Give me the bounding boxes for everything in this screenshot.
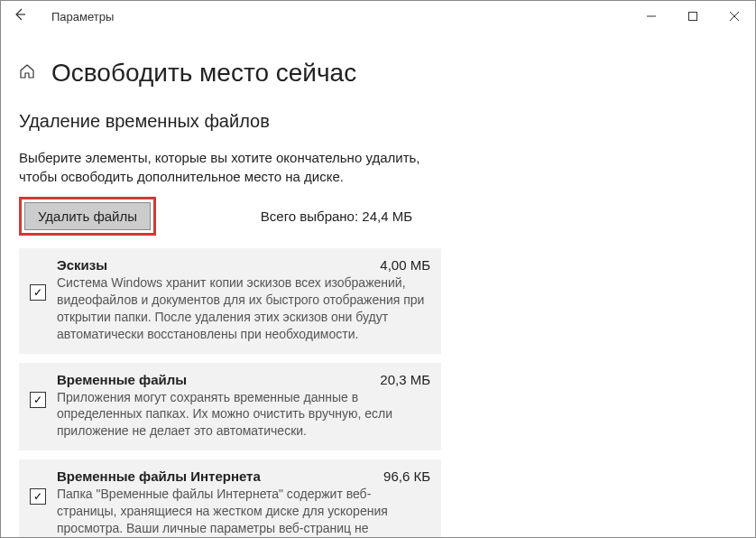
highlight-box: Удалить файлы [19, 197, 156, 236]
list-item: ✓ Временные файлы 20,3 МБ Приложения мог… [19, 363, 441, 451]
item-size: 20,3 МБ [380, 372, 430, 387]
checkbox[interactable]: ✓ [30, 488, 46, 505]
page-title: Освободить место сейчас [51, 59, 356, 88]
instruction-text: Выберите элементы, которые вы хотите око… [19, 148, 434, 186]
checkbox[interactable]: ✓ [30, 392, 46, 408]
back-button[interactable] [14, 8, 32, 24]
list-item: ✓ Эскизы 4,00 МБ Система Windows хранит … [19, 248, 441, 354]
content-area: Освободить место сейчас Удаление временн… [1, 32, 755, 537]
list-item: ✓ Временные файлы Интернета 96,6 КБ Папк… [19, 459, 441, 537]
remove-files-button[interactable]: Удалить файлы [24, 202, 151, 230]
item-list: ✓ Эскизы 4,00 МБ Система Windows хранит … [19, 248, 441, 537]
home-icon[interactable] [19, 63, 35, 84]
item-title: Временные файлы [57, 372, 187, 387]
titlebar: Параметры [1, 1, 755, 32]
minimize-button[interactable] [631, 2, 672, 31]
close-button[interactable] [714, 2, 755, 31]
item-size: 4,00 МБ [380, 257, 430, 273]
maximize-button[interactable] [672, 2, 714, 31]
item-size: 96,6 КБ [383, 468, 430, 484]
item-title: Временные файлы Интернета [57, 468, 261, 484]
checkbox[interactable]: ✓ [30, 284, 46, 301]
section-title: Удаление временных файлов [19, 111, 737, 132]
total-selected-label: Всего выбрано: 24,4 МБ [261, 209, 412, 224]
item-description: Приложения могут сохранять временные дан… [57, 389, 430, 441]
item-description: Папка "Временные файлы Интернета" содерж… [57, 486, 430, 537]
svg-rect-1 [689, 13, 697, 21]
app-title: Параметры [51, 10, 114, 23]
item-title: Эскизы [57, 257, 107, 273]
item-description: Система Windows хранит копии эскизов все… [57, 274, 430, 343]
